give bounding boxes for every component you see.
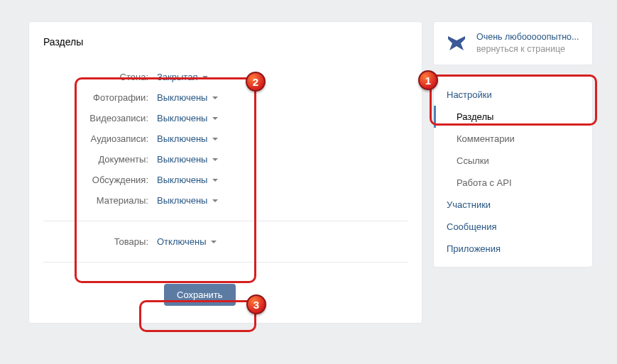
nav-links[interactable]: Ссылки — [434, 150, 592, 172]
divider — [43, 262, 408, 263]
chevron-down-icon — [212, 199, 218, 202]
chevron-down-icon — [212, 179, 218, 182]
chevron-down-icon — [212, 117, 218, 120]
label-goods: Товары: — [43, 236, 157, 247]
chevron-down-icon — [212, 96, 218, 99]
label-discuss: Обсуждения: — [43, 175, 157, 185]
sidebar: Очень любооооопытно... вернуться к стран… — [433, 21, 593, 324]
row-goods: Товары: Отключены — [43, 231, 408, 252]
nav-apps[interactable]: Приложения — [434, 238, 592, 260]
save-button[interactable]: Сохранить — [164, 284, 236, 306]
row-docs: Документы: Выключены — [43, 149, 408, 170]
back-to-page-link[interactable]: вернуться к странице — [476, 43, 579, 56]
main-content-panel: Разделы Стена: Закрытая Фотографии: Выкл… — [28, 21, 422, 324]
value-photos: Выключены — [157, 92, 207, 103]
value-goods: Отключены — [157, 236, 206, 247]
row-wall: Стена: Закрытая — [43, 67, 408, 87]
community-logo-icon — [444, 31, 469, 56]
nav-sections[interactable]: Разделы — [434, 106, 592, 128]
select-videos[interactable]: Выключены — [157, 113, 218, 123]
row-videos: Видеозаписи: Выключены — [43, 108, 408, 128]
label-wall: Стена: — [43, 72, 157, 82]
nav-api[interactable]: Работа с API — [434, 172, 592, 194]
label-photos: Фотографии: — [43, 92, 157, 103]
select-discuss[interactable]: Выключены — [157, 175, 218, 185]
select-goods[interactable]: Отключены — [157, 236, 217, 247]
row-audio: Аудиозаписи: Выключены — [43, 128, 408, 149]
community-name: Очень любооооопытно... — [476, 31, 579, 44]
nav-settings[interactable]: Настройки — [434, 84, 592, 106]
nav-messages[interactable]: Сообщения — [434, 216, 592, 238]
label-docs: Документы: — [43, 154, 157, 165]
row-discuss: Обсуждения: Выключены — [43, 170, 408, 190]
chevron-down-icon — [212, 158, 218, 161]
chevron-down-icon — [202, 76, 208, 79]
value-videos: Выключены — [157, 113, 207, 123]
row-materials: Материалы: Выключены — [43, 190, 408, 211]
settings-nav: Настройки Разделы Комментарии Ссылки Раб… — [433, 76, 593, 268]
select-wall[interactable]: Закрытая — [157, 72, 208, 82]
chevron-down-icon — [211, 241, 217, 243]
select-docs[interactable]: Выключены — [157, 154, 218, 165]
select-audio[interactable]: Выключены — [157, 133, 218, 144]
value-docs: Выключены — [157, 154, 207, 165]
label-videos: Видеозаписи: — [43, 113, 157, 123]
divider — [43, 221, 408, 221]
value-wall: Закрытая — [157, 72, 197, 82]
select-materials[interactable]: Выключены — [157, 195, 218, 206]
select-photos[interactable]: Выключены — [157, 92, 218, 103]
community-card[interactable]: Очень любооооопытно... вернуться к стран… — [433, 21, 593, 65]
value-audio: Выключены — [157, 133, 207, 144]
nav-comments[interactable]: Комментарии — [434, 128, 592, 150]
value-discuss: Выключены — [157, 175, 207, 185]
nav-members[interactable]: Участники — [434, 194, 592, 216]
chevron-down-icon — [212, 138, 218, 140]
row-photos: Фотографии: Выключены — [43, 87, 408, 108]
value-materials: Выключены — [157, 195, 207, 206]
label-audio: Аудиозаписи: — [43, 133, 157, 144]
page-title: Разделы — [29, 22, 422, 56]
label-materials: Материалы: — [43, 195, 157, 206]
